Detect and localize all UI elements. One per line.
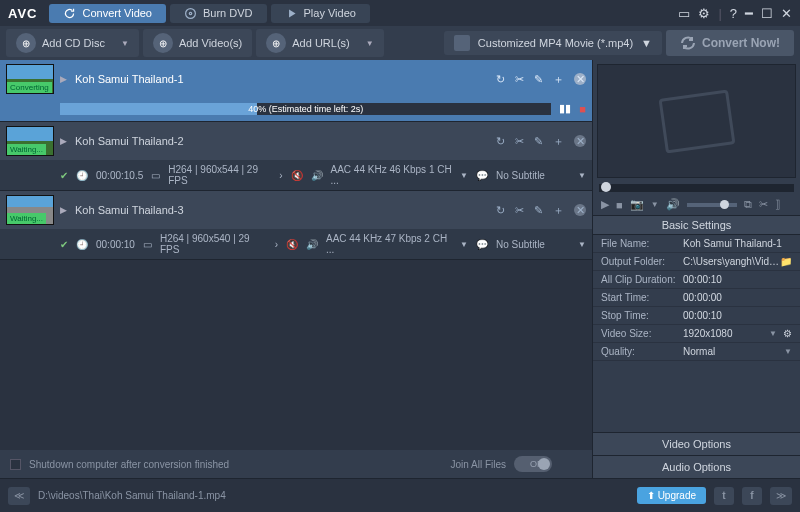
chevron-down-icon[interactable]: ▼ bbox=[366, 39, 374, 48]
bracket-icon[interactable]: ⟧ bbox=[775, 198, 780, 211]
twitter-icon[interactable]: t bbox=[714, 487, 734, 505]
thumbnail: Converting bbox=[6, 64, 54, 94]
mute-icon[interactable]: 🔇 bbox=[291, 170, 303, 181]
check-icon[interactable]: ✔ bbox=[60, 239, 68, 250]
next-button[interactable]: ≫ bbox=[770, 487, 792, 505]
minimize-icon[interactable]: ━ bbox=[745, 6, 753, 21]
video-options-button[interactable]: Video Options bbox=[593, 432, 800, 455]
shutdown-checkbox[interactable] bbox=[10, 459, 21, 470]
label: Video Size: bbox=[601, 328, 683, 339]
status-path: D:\videos\Thai\Koh Samui Thailand-1.mp4 bbox=[38, 490, 226, 501]
label: All Clip Duration: bbox=[601, 274, 683, 285]
button-label: Add Video(s) bbox=[179, 37, 242, 49]
speaker-icon[interactable]: 🔊 bbox=[306, 239, 318, 250]
subtitle-select[interactable]: No Subtitle ▼ bbox=[496, 170, 586, 181]
expand-icon[interactable]: ▶ bbox=[60, 74, 67, 84]
edit-icon[interactable]: ✎ bbox=[534, 204, 543, 217]
refresh-icon[interactable]: ↻ bbox=[496, 73, 505, 86]
maximize-icon[interactable]: ☐ bbox=[761, 6, 773, 21]
subtitle-select[interactable]: No Subtitle ▼ bbox=[496, 239, 586, 250]
refresh-icon[interactable]: ↻ bbox=[496, 135, 505, 148]
join-files-toggle[interactable] bbox=[514, 456, 552, 472]
cut-icon[interactable]: ✂ bbox=[515, 204, 524, 217]
profile-label: Customized MP4 Movie (*.mp4) bbox=[478, 37, 633, 49]
label: Quality: bbox=[601, 346, 683, 357]
edit-icon[interactable]: ✎ bbox=[534, 135, 543, 148]
refresh-icon bbox=[63, 7, 76, 20]
tab-play-video[interactable]: Play Video bbox=[271, 4, 370, 23]
chevron-down-icon[interactable]: ▼ bbox=[121, 39, 129, 48]
chevron-down-icon[interactable]: ▼ bbox=[460, 171, 468, 180]
duration: 00:00:10.5 bbox=[96, 170, 143, 181]
close-icon[interactable]: ✕ bbox=[781, 6, 792, 21]
volume-slider[interactable] bbox=[687, 203, 737, 207]
expand-icon[interactable]: ▶ bbox=[60, 205, 67, 215]
convert-now-button[interactable]: Convert Now! bbox=[666, 30, 794, 56]
remove-icon[interactable]: ✕ bbox=[574, 73, 586, 85]
start-time-value[interactable]: 00:00:00 bbox=[683, 292, 792, 303]
app-logo: AVC bbox=[8, 6, 37, 21]
stop-icon[interactable]: ■ bbox=[579, 103, 586, 115]
remove-icon[interactable]: ✕ bbox=[574, 135, 586, 147]
add-urls-button[interactable]: ⊕ Add URL(s) ▼ bbox=[256, 29, 383, 57]
chevron-down-icon[interactable]: ▼ bbox=[769, 329, 777, 338]
play-icon bbox=[285, 7, 298, 20]
refresh-icon bbox=[680, 35, 696, 51]
expand-icon[interactable]: ▶ bbox=[60, 136, 67, 146]
volume-icon[interactable]: 🔊 bbox=[666, 198, 680, 211]
svg-point-0 bbox=[186, 8, 196, 18]
chevron-down-icon[interactable]: ▼ bbox=[784, 347, 792, 356]
video-row[interactable]: Converting ▶ Koh Samui Thailand-1 ↻ ✂ ✎ … bbox=[0, 60, 592, 122]
audio-codec: AAC 44 KHz 46 Kbps 1 CH ... bbox=[331, 164, 453, 186]
speaker-icon[interactable]: 🔊 bbox=[311, 170, 323, 181]
video-row[interactable]: Waiting... ▶ Koh Samui Thailand-3 ↻ ✂ ✎ … bbox=[0, 191, 592, 260]
seek-handle[interactable] bbox=[601, 182, 611, 192]
add-icon[interactable]: ＋ bbox=[553, 134, 564, 149]
seek-bar[interactable] bbox=[599, 184, 794, 192]
stop-time-value[interactable]: 00:00:10 bbox=[683, 310, 792, 321]
chevron-down-icon: ▼ bbox=[641, 37, 652, 49]
video-size-select[interactable]: 1920x1080 bbox=[683, 328, 765, 339]
cut-icon[interactable]: ✂ bbox=[515, 135, 524, 148]
refresh-icon[interactable]: ↻ bbox=[496, 204, 505, 217]
link-icon[interactable]: ⧉ bbox=[744, 198, 752, 211]
output-profile-select[interactable]: Customized MP4 Movie (*.mp4) ▼ bbox=[444, 31, 662, 55]
edit-icon[interactable]: ✎ bbox=[534, 73, 543, 86]
pause-icon[interactable]: ▮▮ bbox=[559, 102, 571, 115]
gear-icon[interactable]: ⚙ bbox=[783, 328, 792, 339]
add-icon[interactable]: ＋ bbox=[553, 72, 564, 87]
check-icon[interactable]: ✔ bbox=[60, 170, 68, 181]
output-folder-value[interactable]: C:\Users\yangh\Videos... bbox=[683, 256, 780, 267]
prev-button[interactable]: ≪ bbox=[8, 487, 30, 505]
file-name-value[interactable]: Koh Samui Thailand-1 bbox=[683, 238, 792, 249]
cut-icon[interactable]: ✂ bbox=[759, 198, 768, 211]
add-icon[interactable]: ＋ bbox=[553, 203, 564, 218]
add-videos-button[interactable]: ⊕ Add Video(s) bbox=[143, 29, 252, 57]
svg-point-1 bbox=[189, 12, 191, 14]
facebook-icon[interactable]: f bbox=[742, 487, 762, 505]
stop-icon[interactable]: ■ bbox=[616, 199, 623, 211]
film-plus-icon: ⊕ bbox=[153, 33, 173, 53]
menu-icon[interactable]: ▭ bbox=[678, 6, 690, 21]
chevron-down-icon[interactable]: ▼ bbox=[460, 240, 468, 249]
play-icon[interactable]: ▶ bbox=[601, 198, 609, 211]
subtitle-icon: 💬 bbox=[476, 239, 488, 250]
gear-icon[interactable]: ⚙ bbox=[698, 6, 710, 21]
quality-select[interactable]: Normal bbox=[683, 346, 780, 357]
help-icon[interactable]: ? bbox=[730, 6, 737, 21]
tab-burn-dvd[interactable]: Burn DVD bbox=[170, 4, 267, 23]
video-name: Koh Samui Thailand-1 bbox=[75, 73, 490, 85]
video-row[interactable]: Waiting... ▶ Koh Samui Thailand-2 ↻ ✂ ✎ … bbox=[0, 122, 592, 191]
audio-options-button[interactable]: Audio Options bbox=[593, 455, 800, 478]
chevron-right-icon[interactable]: › bbox=[275, 239, 278, 250]
folder-icon[interactable]: 📁 bbox=[780, 256, 792, 267]
snapshot-icon[interactable]: 📷 bbox=[630, 198, 644, 211]
upgrade-button[interactable]: ⬆Upgrade bbox=[637, 487, 706, 504]
tab-convert-video[interactable]: Convert Video bbox=[49, 4, 166, 23]
subtitle-value: No Subtitle bbox=[496, 170, 545, 181]
remove-icon[interactable]: ✕ bbox=[574, 204, 586, 216]
mute-icon[interactable]: 🔇 bbox=[286, 239, 298, 250]
chevron-right-icon[interactable]: › bbox=[279, 170, 282, 181]
cut-icon[interactable]: ✂ bbox=[515, 73, 524, 86]
add-cd-disc-button[interactable]: ⊕ Add CD Disc ▼ bbox=[6, 29, 139, 57]
